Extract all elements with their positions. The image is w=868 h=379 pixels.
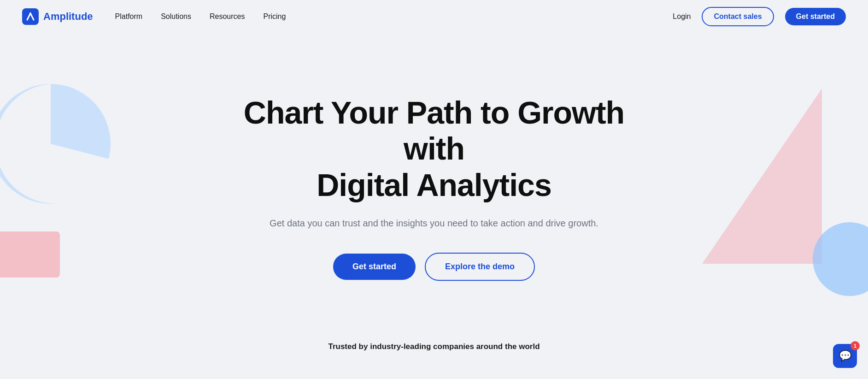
chat-widget[interactable]: 💬 1 [833, 344, 857, 368]
contact-sales-button[interactable]: Contact sales [702, 7, 774, 26]
hero-subtitle: Get data you can trust and the insights … [227, 216, 641, 231]
logo[interactable]: Amplitude [22, 8, 93, 25]
hero-title: Chart Your Path to Growth with Digital A… [227, 95, 641, 203]
nav-solutions[interactable]: Solutions [161, 12, 191, 21]
get-started-hero-button[interactable]: Get started [333, 254, 416, 280]
chat-badge: 1 [850, 341, 860, 350]
navbar: Amplitude Platform Solutions Resources P… [0, 0, 868, 33]
trusted-section: Trusted by industry-leading companies ar… [0, 333, 868, 365]
svg-point-0 [29, 12, 31, 14]
nav-pricing[interactable]: Pricing [263, 12, 286, 21]
hero-content: Chart Your Path to Growth with Digital A… [227, 95, 641, 281]
brand-name: Amplitude [43, 11, 93, 23]
nav-right: Login Contact sales Get started [673, 7, 846, 26]
pie-chart-decoration [0, 79, 115, 208]
nav-resources[interactable]: Resources [210, 12, 245, 21]
nav-links: Platform Solutions Resources Pricing [115, 12, 673, 21]
pink-triangle-decoration [674, 89, 822, 264]
chat-icon: 💬 [839, 350, 851, 362]
explore-demo-button[interactable]: Explore the demo [425, 253, 535, 281]
pink-rect-decoration [0, 231, 60, 278]
hero-section: Chart Your Path to Growth with Digital A… [0, 33, 868, 333]
logo-icon [22, 8, 39, 25]
trusted-text: Trusted by industry-leading companies ar… [22, 342, 846, 351]
hero-buttons: Get started Explore the demo [227, 253, 641, 281]
nav-platform[interactable]: Platform [115, 12, 143, 21]
svg-marker-2 [702, 89, 822, 264]
get-started-nav-button[interactable]: Get started [785, 8, 846, 25]
login-link[interactable]: Login [673, 12, 691, 21]
